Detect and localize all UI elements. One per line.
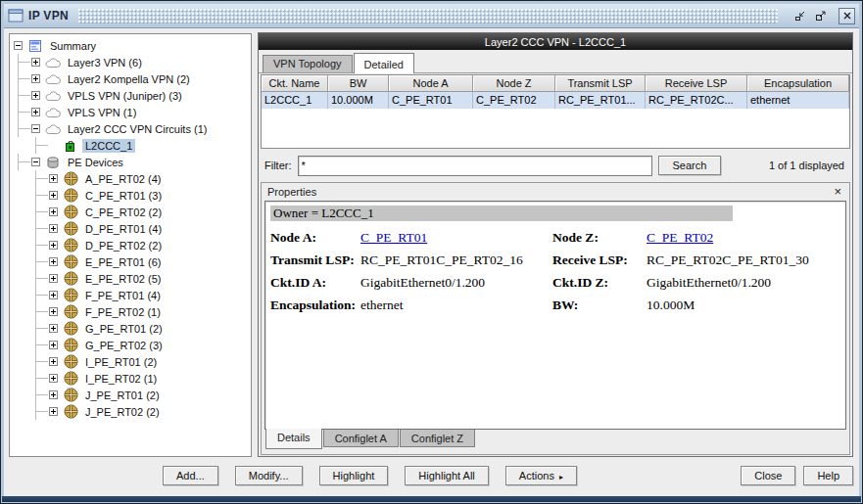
property-label: Transmit LSP: [270,249,360,271]
highlight-all-button[interactable]: Highlight All [405,466,488,485]
expand-icon[interactable] [49,407,58,416]
tree-item-label: I_PE_RT01 (2) [82,355,160,369]
tree-item-a-pe-rt02-4[interactable]: A_PE_RT02 (4) [10,170,251,187]
router-icon [63,371,78,386]
tab-vpn-topology[interactable]: VPN Topology [263,55,353,72]
column-header-encapsulation[interactable]: Encapsulation [747,75,849,92]
tree-item-pe-devices[interactable]: PE Devices [10,154,251,170]
tree-item-i-pe-rt01-2[interactable]: I_PE_RT01 (2) [10,353,251,370]
node-link-c-pe-rt01[interactable]: C_PE_RT01 [360,226,552,249]
tree-item-label: A_PE_RT02 (4) [82,172,164,186]
tree-item-layer2-kompella-vpn-2[interactable]: Layer2 Kompella VPN (2) [10,70,251,87]
tree-item-g-pe-rt01-2[interactable]: G_PE_RT01 (2) [10,320,251,337]
tree-item-i-pe-rt02-1[interactable]: I_PE_RT02 (1) [10,370,251,387]
close-window-icon[interactable] [839,8,855,24]
expand-icon[interactable] [49,274,58,283]
tab-configlet-z[interactable]: Configlet Z [400,430,475,447]
column-header-node-z[interactable]: Node Z [473,75,555,92]
properties-grid: Node A:C_PE_RT01Node Z:C_PE_RT02Transmit… [270,226,840,316]
tree-item-label: Layer2 Kompella VPN (2) [65,72,193,86]
table-row[interactable]: L2CCC_110.000MC_PE_RT01C_PE_RT02RC_PE_RT… [262,92,849,109]
tab-configlet-a[interactable]: Configlet A [323,430,399,447]
close-button[interactable]: Close [741,466,795,485]
expand-icon[interactable] [31,74,40,83]
tab-details[interactable]: Details [265,429,322,449]
owner-bar: Owner = L2CCC_1 [270,206,733,221]
iconify-icon[interactable] [791,8,808,24]
expand-icon[interactable] [49,374,58,383]
expand-icon[interactable] [49,241,58,250]
tree-item-j-pe-rt02-2[interactable]: J_PE_RT02 (2) [10,403,251,420]
router-icon [63,388,78,402]
expand-icon[interactable] [31,91,40,100]
tree-item-l2ccc-1[interactable]: L2CCC_1 [10,137,251,154]
column-header-transmit-lsp[interactable]: Transmit LSP [555,75,646,92]
property-value: GigabitEthernet0/1.200 [647,271,840,294]
tree-item-label: F_PE_RT01 (4) [82,289,164,302]
expand-icon[interactable] [49,207,58,216]
window-titlebar[interactable]: IP VPN [4,4,859,28]
tree-item-layer2-ccc-vpn-circuits-1[interactable]: Layer2 CCC VPN Circuits (1) [10,120,251,137]
tree-item-j-pe-rt01-2[interactable]: J_PE_RT01 (2) [10,387,251,403]
collapse-icon[interactable] [31,124,40,133]
expand-icon[interactable] [31,58,40,67]
highlight-button[interactable]: Highlight [319,466,389,485]
property-label: Ckt.ID A: [270,271,360,294]
detail-panel: Layer2 CCC VPN - L2CCC_1 VPN TopologyDet… [258,32,853,457]
table-cell: 10.000M [328,92,389,109]
tree-item-c-pe-rt01-3[interactable]: C_PE_RT01 (3) [10,187,251,204]
properties-close-icon[interactable]: × [832,186,843,198]
expand-icon[interactable] [49,324,58,333]
tree-item-e-pe-rt01-6[interactable]: E_PE_RT01 (6) [10,253,251,270]
router-icon [63,238,78,252]
modify-button[interactable]: Modify... [235,466,303,485]
tree-item-summary[interactable]: Summary [10,37,251,54]
expand-icon[interactable] [49,174,58,183]
expand-icon[interactable] [31,108,40,116]
expand-icon[interactable] [49,357,58,366]
window-frame-icon [8,9,24,23]
add-button[interactable]: Add... [163,466,218,485]
expand-icon[interactable] [49,341,58,349]
router-icon [63,205,78,219]
tree-item-vpls-vpn-juniper-3[interactable]: VPLS VPN (Juniper) (3) [10,87,251,104]
tree-item-g-pe-rt02-3[interactable]: G_PE_RT02 (3) [10,337,251,353]
tree-item-d-pe-rt01-4[interactable]: D_PE_RT01 (4) [10,220,251,237]
column-header-node-a[interactable]: Node A [389,75,473,92]
expand-icon[interactable] [49,191,58,200]
table-cell: RC_PE_RT02C... [646,92,747,109]
filter-input[interactable] [298,156,652,176]
collapse-icon[interactable] [31,158,40,166]
maximize-icon[interactable] [812,8,829,24]
tree-item-d-pe-rt02-2[interactable]: D_PE_RT02 (2) [10,237,251,253]
tree-item-layer3-vpn-6[interactable]: Layer3 VPN (6) [10,54,251,70]
properties-title: Properties [267,186,316,198]
tree-item-e-pe-rt02-5[interactable]: E_PE_RT02 (5) [10,270,251,287]
action-buttons: Add...Modify...HighlightHighlight AllAct… [163,466,577,485]
router-icon [63,221,78,236]
tree-item-f-pe-rt01-4[interactable]: F_PE_RT01 (4) [10,287,251,303]
tree-item-f-pe-rt02-1[interactable]: F_PE_RT02 (1) [10,303,251,320]
tree-item-label: G_PE_RT02 (3) [82,339,166,352]
bottom-tab-bar: DetailsConfiglet AConfiglet Z [262,430,849,454]
tree-item-c-pe-rt02-2[interactable]: C_PE_RT02 (2) [10,204,251,220]
column-header-ckt-name[interactable]: Ckt. Name [262,75,328,92]
tree-item-vpls-vpn-1[interactable]: VPLS VPN (1) [10,104,251,120]
expand-icon[interactable] [49,257,58,266]
expand-icon[interactable] [49,224,58,233]
table-header-row: Ckt. NameBWNode ANode ZTransmit LSPRecei… [262,75,849,92]
expand-icon[interactable] [49,291,58,299]
column-header-bw[interactable]: BW [328,75,389,92]
panel-title: Layer2 CCC VPN - L2CCC_1 [259,33,852,50]
actions-button[interactable]: Actions▸ [505,466,577,485]
node-link-c-pe-rt02[interactable]: C_PE_RT02 [647,226,840,249]
expand-icon[interactable] [49,390,58,399]
tab-detailed[interactable]: Detailed [354,53,414,73]
collapse-icon[interactable] [14,41,23,50]
column-header-receive-lsp[interactable]: Receive LSP [646,75,747,92]
help-button[interactable]: Help [803,466,853,485]
router-icon [63,254,78,269]
tree-item-label: C_PE_RT01 (3) [82,189,165,203]
expand-icon[interactable] [49,307,58,316]
search-button[interactable]: Search [658,156,722,175]
